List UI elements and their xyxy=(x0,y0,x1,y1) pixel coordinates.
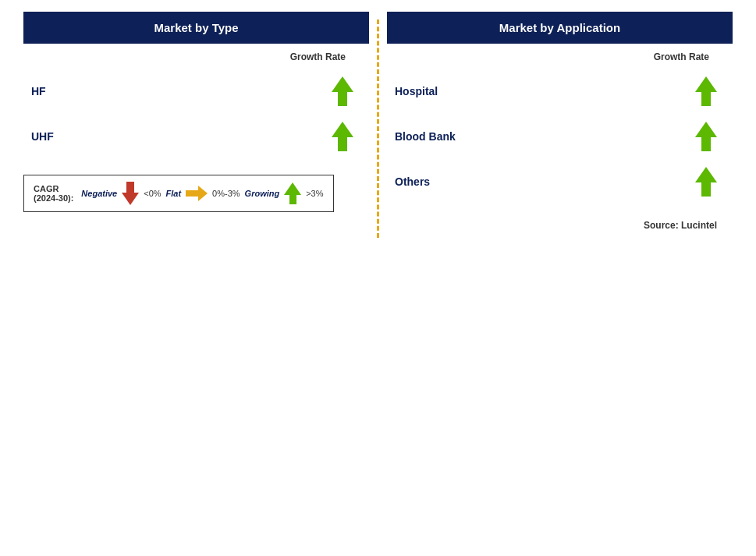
hf-growth-arrow-up-icon xyxy=(332,76,353,106)
others-growth-arrow-up-icon xyxy=(695,167,717,197)
legend-cagr-label: CAGR(2024-30): xyxy=(34,184,73,203)
blood-bank-growth-arrow-up-icon xyxy=(695,122,717,151)
hospital-growth-arrow-up-icon xyxy=(695,76,717,106)
legend-box: CAGR(2024-30): Negative <0% Flat 0%-3% G… xyxy=(23,175,334,212)
right-panel-header: Market by Application xyxy=(387,12,733,44)
uhf-row: UHF xyxy=(23,114,369,159)
legend-flat-label: Flat xyxy=(166,189,182,198)
legend-growing-value: >3% xyxy=(306,189,323,198)
left-panel-header: Market by Type xyxy=(23,12,369,44)
red-down-arrow-icon xyxy=(122,182,139,205)
right-panel: Market by Application Growth Rate Hospit… xyxy=(379,12,740,231)
blood-bank-label: Blood Bank xyxy=(395,130,456,143)
page-container: Market by Type Growth Rate HF UHF CAGR(2… xyxy=(0,0,756,556)
legend-negative-label: Negative xyxy=(81,189,117,198)
green-small-up-arrow-icon xyxy=(284,182,301,204)
others-label: Others xyxy=(395,175,430,188)
blood-bank-row: Blood Bank xyxy=(387,114,733,159)
left-growth-rate-label: Growth Rate xyxy=(23,51,369,62)
legend-negative-value: <0% xyxy=(144,189,161,198)
orange-right-arrow-icon xyxy=(186,186,208,201)
left-panel: Market by Type Growth Rate HF UHF CAGR(2… xyxy=(16,12,377,212)
source-text: Source: Lucintel xyxy=(387,220,733,231)
legend-growing-label: Growing xyxy=(245,189,280,198)
hf-label: HF xyxy=(31,85,46,97)
hospital-label: Hospital xyxy=(395,85,438,97)
right-growth-rate-label: Growth Rate xyxy=(387,51,733,62)
others-row: Others xyxy=(387,159,733,204)
uhf-label: UHF xyxy=(31,130,54,143)
uhf-growth-arrow-up-icon xyxy=(332,122,353,151)
hospital-row: Hospital xyxy=(387,69,733,114)
legend-flat-value: 0%-3% xyxy=(212,189,240,198)
hf-row: HF xyxy=(23,69,369,114)
